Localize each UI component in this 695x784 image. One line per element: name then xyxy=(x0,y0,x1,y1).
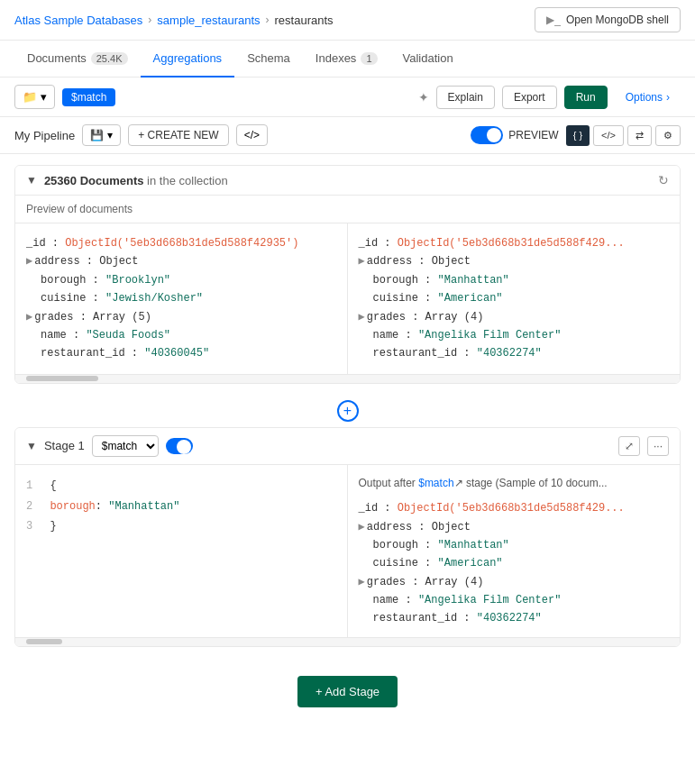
code-view-button[interactable]: </> xyxy=(593,125,624,146)
add-stage-circle-button[interactable]: + xyxy=(337,400,359,422)
breadcrumb-sep-2: › xyxy=(266,14,270,26)
doc2-address-row: ▶address : Object xyxy=(359,252,670,270)
view-buttons: { } </> ⇄ ⚙ xyxy=(566,125,681,146)
tab-indexes[interactable]: Indexes 1 xyxy=(303,41,390,77)
count-number: 25360 xyxy=(44,174,77,187)
flow-view-button[interactable]: ⇄ xyxy=(627,125,652,146)
settings-view-button[interactable]: ⚙ xyxy=(655,125,681,146)
aggregation-toolbar: 📁 ▾ $match ✦ Explain Export Run Options … xyxy=(0,77,695,117)
options-button[interactable]: Options › xyxy=(615,87,681,108)
top-bar: Atlas Sample Databases › sample_restaura… xyxy=(0,0,695,41)
count-collection-label: in the collection xyxy=(147,174,228,187)
refresh-icon[interactable]: ↻ xyxy=(658,173,669,187)
folder-icon: 📁 xyxy=(23,90,37,104)
line-1-content: { xyxy=(50,479,56,492)
stage-editor[interactable]: 1 { 2 borough: "Manhattan" 3 } xyxy=(15,465,348,637)
line-num-1: 1 xyxy=(26,479,32,492)
tab-aggregations-label: Aggregations xyxy=(153,51,223,65)
doc1-name-value: "Seuda Foods" xyxy=(86,329,170,342)
doc2-id-row: _id : ObjectId('5eb3d668b31de5d588f429..… xyxy=(359,234,670,252)
stage-collapse-chevron[interactable]: ▼ xyxy=(26,440,37,452)
line-num-2: 2 xyxy=(26,500,32,513)
doc2-name-value: "Angelika Film Center" xyxy=(418,329,561,342)
preview-toggle-switch[interactable] xyxy=(471,126,503,144)
save-pipeline-button[interactable]: 💾 ▾ xyxy=(82,124,121,146)
breadcrumb-middle[interactable]: sample_restaurants xyxy=(157,14,260,27)
output-header-prefix: Output after xyxy=(359,477,419,489)
output-doc-borough-value: "Manhattan" xyxy=(438,539,509,552)
stage-body: 1 { 2 borough: "Manhattan" 3 } Output af… xyxy=(15,465,680,637)
breadcrumb-root[interactable]: Atlas Sample Databases xyxy=(14,14,142,27)
doc2-borough-row: borough : "Manhattan" xyxy=(359,271,670,289)
add-stage-area: + xyxy=(0,395,695,427)
output-doc-id-row: _id : ObjectId('5eb3d668b31de5d588f429..… xyxy=(359,499,670,517)
output-header-suffix: stage (Sample of 10 docum... xyxy=(463,477,608,489)
export-button[interactable]: Export xyxy=(502,86,557,109)
breadcrumb-current: restaurants xyxy=(275,14,334,27)
tab-indexes-badge: 1 xyxy=(361,52,377,65)
output-doc-cuisine-value: "American" xyxy=(438,557,503,570)
documents-scrollbar[interactable] xyxy=(15,374,680,383)
output-header: Output after $match↗ stage (Sample of 10… xyxy=(359,474,670,492)
output-doc-name-value: "Angelika Film Center" xyxy=(418,594,561,606)
tab-validation-label: Validation xyxy=(403,51,453,65)
options-chevron-icon: › xyxy=(666,91,670,104)
tab-schema[interactable]: Schema xyxy=(234,41,303,77)
pipeline-label: My Pipeline xyxy=(14,129,75,142)
tab-bar: Documents 25.4K Aggregations Schema Inde… xyxy=(0,41,695,77)
documents-header: ▼ 25360 Documents in the collection ↻ xyxy=(15,166,680,196)
editor-line-1: 1 { xyxy=(26,476,336,497)
run-button[interactable]: Run xyxy=(564,86,608,109)
folder-button[interactable]: 📁 ▾ xyxy=(14,85,55,109)
save-dropdown-icon: ▾ xyxy=(107,129,113,141)
stage-operator-select[interactable]: $match xyxy=(92,435,159,457)
doc1-cuisine-value: "Jewish/Kosher" xyxy=(105,292,203,305)
editor-line-2: 2 borough: "Manhattan" xyxy=(26,497,336,517)
preview-toggle: PREVIEW xyxy=(471,126,558,144)
ai-assist-icon[interactable]: ✦ xyxy=(418,90,429,105)
doc1-id-value: ObjectId('5eb3d668b31de5d588f42935') xyxy=(65,237,298,250)
count-docs-label: Documents xyxy=(80,174,144,187)
stage-output: Output after $match↗ stage (Sample of 10… xyxy=(348,465,681,637)
output-scrollbar[interactable] xyxy=(15,637,680,646)
doc2-borough-value: "Manhattan" xyxy=(438,274,509,287)
output-doc-borough-row: borough : "Manhattan" xyxy=(359,536,670,554)
output-doc-grades-row: ▶grades : Array (4) xyxy=(359,573,670,591)
json-view-button[interactable]: { } xyxy=(566,125,590,146)
doc2-id-value: ObjectId('5eb3d668b31de5d588f429... xyxy=(398,237,625,250)
bottom-add-stage-area: + Add Stage xyxy=(0,658,695,734)
code-toggle-button[interactable]: </> xyxy=(236,124,268,146)
line-3-content: } xyxy=(50,520,56,533)
line-2-val: "Manhattan" xyxy=(108,500,179,513)
tab-aggregations[interactable]: Aggregations xyxy=(141,41,235,77)
output-doc-id-value: ObjectId('5eb3d668b31de5d588f429... xyxy=(398,502,625,515)
add-stage-button[interactable]: + Add Stage xyxy=(297,676,398,707)
open-shell-button[interactable]: ▶_ Open MongoDB shell xyxy=(535,7,681,32)
tab-validation[interactable]: Validation xyxy=(390,41,466,77)
doc1-id-row: _id : ObjectId('5eb3d668b31de5d588f42935… xyxy=(26,234,336,252)
tab-indexes-label: Indexes xyxy=(315,51,357,65)
documents-collapse-chevron[interactable]: ▼ xyxy=(26,174,37,187)
breadcrumb-sep-1: › xyxy=(148,14,151,26)
folder-dropdown-icon: ▾ xyxy=(41,90,47,104)
doc1-grades-row: ▶grades : Array (5) xyxy=(26,308,336,326)
breadcrumb: Atlas Sample Databases › sample_restaura… xyxy=(14,14,334,27)
shell-button-label: Open MongoDB shell xyxy=(566,14,669,26)
save-icon: 💾 xyxy=(90,129,104,141)
tab-documents-label: Documents xyxy=(27,51,87,65)
stage-more-button[interactable]: ··· xyxy=(647,436,669,456)
output-doc-address-row: ▶address : Object xyxy=(359,518,670,536)
stage-expand-button[interactable]: ⤢ xyxy=(618,436,640,456)
line-num-3: 3 xyxy=(26,520,32,533)
output-match-link[interactable]: $match xyxy=(418,477,453,489)
preview-of-documents-label: Preview of documents xyxy=(15,196,680,223)
stage-label: Stage 1 xyxy=(44,439,85,452)
doc1-grades-value: Array (5) xyxy=(93,311,151,324)
tab-documents[interactable]: Documents 25.4K xyxy=(14,41,141,77)
doc1-borough-value: "Brooklyn" xyxy=(105,274,170,287)
documents-count: 25360 Documents in the collection xyxy=(44,174,228,187)
explain-button[interactable]: Explain xyxy=(436,86,495,109)
stage-toggle-switch[interactable] xyxy=(166,438,193,454)
document-card-1: _id : ObjectId('5eb3d668b31de5d588f42935… xyxy=(15,223,348,374)
create-new-button[interactable]: + CREATE NEW xyxy=(128,124,228,146)
